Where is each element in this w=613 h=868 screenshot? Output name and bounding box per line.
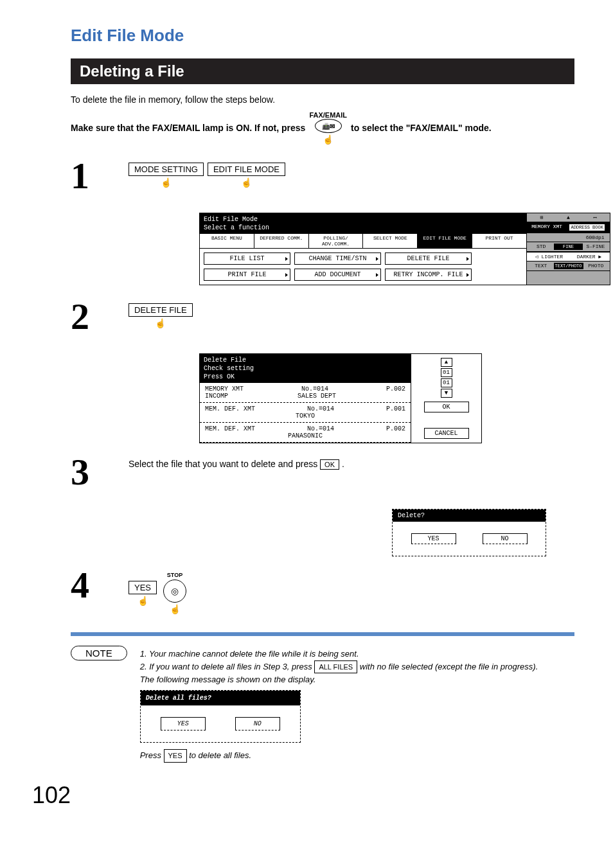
- intro-text: To delete the file in memory, follow the…: [71, 94, 574, 105]
- step-2-number: 2: [71, 298, 129, 335]
- tab-deferred-comm[interactable]: DEFERRED COMM.: [254, 234, 309, 248]
- note-label: NOTE: [71, 646, 127, 660]
- note-press-yes: Press YES to delete all files.: [140, 749, 574, 763]
- res-std[interactable]: STD: [528, 244, 554, 250]
- device-screen-edit-file-mode: Edit File Mode Select a function BASIC M…: [199, 213, 610, 285]
- tab-select-mode[interactable]: SELECT MODE: [363, 234, 418, 248]
- cancel-button[interactable]: CANCEL: [424, 428, 469, 439]
- tab-polling[interactable]: POLLING/ ADV.COMM.: [309, 234, 364, 248]
- device-screen-delete-all: Delete all files? YES NO: [140, 690, 301, 743]
- prerequisite-line: Make sure that the FAX/EMAIL lamp is ON.…: [71, 111, 574, 145]
- yes-button[interactable]: YES: [411, 533, 456, 544]
- ok-inline-button[interactable]: OK: [320, 459, 339, 470]
- prereq-text-1: Make sure that the FAX/EMAIL lamp is ON.…: [71, 123, 305, 133]
- opt-change-time[interactable]: CHANGE TIME/STN: [294, 252, 381, 265]
- yes-button[interactable]: YES: [161, 717, 206, 731]
- mode-text[interactable]: TEXT: [528, 263, 554, 269]
- opt-delete-file[interactable]: DELETE FILE: [385, 252, 472, 265]
- tab-print-out[interactable]: PRINT OUT: [472, 234, 526, 248]
- finger-icon: ☝: [170, 604, 181, 614]
- file-row[interactable]: MEMORY XMTNo.=014P.002 INCOMPSALES DEPT: [200, 383, 411, 403]
- device-screen-delete-file: Delete File Check setting Press OK MEMOR…: [199, 353, 482, 443]
- scroll-indicator: 01: [441, 368, 452, 377]
- opt-print-file[interactable]: PRINT FILE: [204, 269, 290, 281]
- page-title: Edit File Mode: [71, 26, 574, 46]
- fax-email-button-icon[interactable]: FAX/EMAIL 📠✉ ☝: [309, 111, 347, 145]
- tab-edit-file-mode[interactable]: EDIT FILE MODE: [418, 234, 472, 248]
- opt-file-list[interactable]: FILE LIST: [204, 252, 290, 265]
- ok-button[interactable]: OK: [424, 402, 469, 412]
- finger-icon: ☝: [138, 596, 148, 606]
- delete-file-button[interactable]: DELETE FILE: [129, 303, 193, 317]
- res-sfine[interactable]: S-FINE: [583, 244, 609, 250]
- step-3-text: Select the file that you want to delete …: [129, 459, 320, 469]
- no-button[interactable]: NO: [235, 717, 280, 731]
- finger-icon: ☝: [161, 177, 172, 188]
- device-screen-delete-confirm: Delete? YES NO: [392, 509, 546, 556]
- scroll-down-button[interactable]: ▼: [441, 389, 452, 398]
- finger-icon: ☝: [241, 177, 252, 188]
- yes-inline-button[interactable]: YES: [164, 749, 187, 763]
- mode-textphoto[interactable]: TEXT/PHOTO: [554, 263, 583, 269]
- res-fine[interactable]: FINE: [554, 244, 582, 250]
- scroll-up-button[interactable]: ▲: [441, 358, 452, 367]
- section-header: Deleting a File: [71, 58, 574, 84]
- no-button[interactable]: NO: [483, 533, 528, 544]
- step-3-number: 3: [71, 454, 129, 491]
- separator: [71, 632, 574, 636]
- file-row[interactable]: MEM. DEF. XMTNo.=014P.002 PANASONIC: [200, 423, 411, 443]
- scroll-indicator: 01: [441, 378, 452, 387]
- screen-subtitle: Select a function: [204, 224, 522, 232]
- tab-basic-menu[interactable]: BASIC MENU: [200, 234, 254, 248]
- opt-add-document[interactable]: ADD DOCUMENT: [294, 269, 381, 281]
- note-2c: The following message is shown on the di…: [140, 673, 574, 686]
- yes-button[interactable]: YES: [129, 581, 157, 594]
- opt-retry-incomp[interactable]: RETRY INCOMP. FILE: [385, 269, 472, 281]
- prereq-text-2: to select the "FAX/EMAIL" mode.: [351, 123, 492, 133]
- mode-setting-button[interactable]: MODE SETTING: [129, 163, 204, 176]
- page-number: 102: [32, 782, 574, 809]
- note-2: 2. If you want to delete all files in St…: [140, 660, 574, 674]
- step-1-number: 1: [71, 157, 129, 195]
- edit-file-mode-button[interactable]: EDIT FILE MODE: [208, 163, 285, 176]
- file-row[interactable]: MEM. DEF. XMTNo.=014P.001 TOKYO: [200, 403, 411, 423]
- stop-button[interactable]: ◎: [163, 580, 186, 603]
- note-1: 1. Your machine cannot delete the file w…: [140, 648, 574, 660]
- screen-title: Edit File Mode: [204, 215, 522, 224]
- mode-photo[interactable]: PHOTO: [583, 263, 609, 269]
- finger-icon: ☝: [155, 318, 166, 328]
- all-files-button[interactable]: ALL FILES: [314, 660, 357, 674]
- tab-row: BASIC MENU DEFERRED COMM. POLLING/ ADV.C…: [200, 234, 526, 249]
- step-4-number: 4: [71, 567, 129, 604]
- stop-label: STOP: [167, 572, 182, 578]
